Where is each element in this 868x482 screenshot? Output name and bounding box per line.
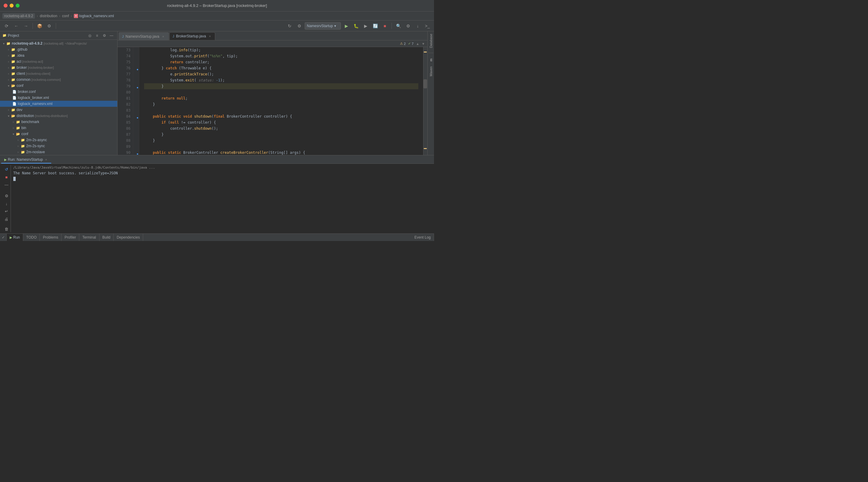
tab2-close[interactable]: × [208,34,212,38]
2m2sasync-arrow[interactable]: › [16,138,21,142]
common-icon: 📁 [11,78,16,82]
tree-item-dev[interactable]: › 📁 dev [0,107,117,113]
tree-item-idea[interactable]: › 📁 .idea [0,53,117,58]
run-config-sync[interactable]: ↻ [285,22,294,30]
tree-item-bin[interactable]: › 📁 bin [0,125,117,131]
close-button[interactable] [4,4,7,7]
print-btn[interactable]: 🖨 [3,216,10,222]
scroll-thumb[interactable] [424,79,427,88]
bottom-tab-profiler[interactable]: Profiler [61,234,79,241]
nav-conf[interactable]: conf [62,14,69,18]
bottom-tab-problems[interactable]: Problems [40,234,61,241]
sidebar-close-btn[interactable]: — [108,32,115,39]
tree-item-common[interactable]: › 📁 common [rocketmq-common] [0,77,117,83]
run-tab-close[interactable]: × [44,158,48,162]
run-config-settings[interactable]: ⚙ [295,22,304,30]
profile-btn[interactable]: 🔄 [371,22,379,30]
sidebar-settings-btn[interactable]: ⚙ [101,32,107,39]
idea-arrow[interactable]: › [6,54,11,57]
tree-item-broker-conf[interactable]: 📄 broker.conf [0,89,117,95]
bottom-tab-eventlog[interactable]: Event Log [411,234,434,241]
common-arrow[interactable]: › [6,78,11,81]
tree-item-dist-conf[interactable]: ▾ 📂 conf [0,131,117,137]
minimize-button[interactable] [10,4,13,7]
bottom-tab-terminal[interactable]: Terminal [79,234,99,241]
code-content[interactable]: log.info(tip); System.out.printf("%s%n",… [139,47,423,155]
clear-btn[interactable]: 🗑 [3,226,10,232]
nav-filename: logback_namesrv.xml [79,14,114,18]
run-panel-tab[interactable]: ▶ Run: NamesrvStartup × [1,156,51,164]
root-arrow[interactable]: ▾ [1,42,6,45]
acl-arrow[interactable]: › [6,60,11,63]
run-config-dropdown[interactable]: NamesrvStartup ▾ [305,22,341,30]
left-gutter-btn[interactable]: ✓ [0,234,7,241]
dist-arrow[interactable]: ▾ [6,114,11,118]
tree-item-2m2ssync[interactable]: › 📁 2m-2s-sync [0,143,117,149]
nav-project[interactable]: rocketmq-all-4.9.2 [2,13,35,19]
back-btn[interactable]: ← [12,22,21,30]
tree-item-github[interactable]: › 📁 .github [0,47,117,53]
tree-item-broker[interactable]: › 📁 broker [rocketmq-broker] [0,64,117,70]
tab-brokerstartup[interactable]: J BrokerStartup.java × [169,32,216,40]
sidebar-locate-btn[interactable]: ◎ [87,32,93,39]
settings-btn[interactable]: ⚙ [45,22,53,30]
tree-item-logback-broker[interactable]: 📄 logback_broker.xml [0,95,117,101]
tree-item-2mnoslave[interactable]: › 📁 2m-noslave [0,149,117,155]
maven-tab[interactable]: m [428,57,434,63]
tree-item-benchmark[interactable]: › 📁 benchmark [0,119,117,125]
dev-arrow[interactable]: › [6,108,11,112]
bottom-tab-run[interactable]: ▶ Run [7,234,23,241]
database-tab[interactable]: Database [428,33,434,49]
run-btn[interactable]: ▶ [342,22,350,30]
ok-count[interactable]: ✓ 7 [408,41,413,46]
tree-item-distribution[interactable]: ▾ 📂 distribution [rocketmq-distribution] [0,113,117,119]
maven-label[interactable]: Maven [428,65,434,78]
project-structure-btn[interactable]: 📦 [35,22,44,30]
gear-btn[interactable]: ⚙ [404,22,412,30]
debug-btn[interactable]: 🐛 [352,22,360,30]
arrows-down[interactable]: ▼ [422,42,425,46]
tree-item-logback-namesrv[interactable]: 📄 logback_namesrv.xml [0,101,117,107]
sidebar-collapse-btn[interactable]: ≡ [94,32,100,39]
close-panel-btn[interactable]: — [3,181,10,188]
github-arrow[interactable]: › [6,48,11,51]
stop-btn[interactable]: ■ [381,22,389,30]
settings-run-btn[interactable]: ⚙ [3,193,10,199]
update-btn[interactable]: ↓ [413,22,422,30]
forward-btn[interactable]: → [22,22,30,30]
warning-count[interactable]: ⚠ 2 [400,41,406,46]
tab1-close[interactable]: × [161,34,165,38]
rerun-btn[interactable]: ↺ [3,166,10,173]
conf-arrow[interactable]: ▾ [6,84,11,87]
bench-arrow[interactable]: › [11,120,16,124]
scroll-end-btn[interactable]: ↓ [3,200,10,207]
bottom-tab-build[interactable]: Build [99,234,114,241]
dist-conf-arrow[interactable]: ▾ [11,133,16,136]
stop-run-btn[interactable]: ■ [3,174,10,180]
nav-distribution[interactable]: distribution [40,14,57,18]
2m2ssync-arrow[interactable]: › [16,144,21,148]
soft-wrap-btn[interactable]: ↵ [3,208,10,215]
terminal-btn[interactable]: >_ [423,22,432,30]
nav-file[interactable]: X logback_namesrv.xml [74,14,114,18]
tab-namesrv[interactable]: J NamesrvStartup.java × [119,32,169,40]
2m2sasync-label: 2m-2s-async [26,138,47,142]
tree-item-2m2sasync[interactable]: › 📁 2m-2s-async [0,137,117,143]
project-sidebar: 📁 Project ◎ ≡ ⚙ — ▾ 📁 rocketmq-all-4.9.2… [0,31,118,155]
tree-item-acl[interactable]: › 📁 acl [rocketmq-acl] [0,58,117,64]
client-arrow[interactable]: › [6,72,11,76]
arrows-up[interactable]: ▲ [416,42,419,46]
tree-item-conf[interactable]: ▾ 📂 conf [0,83,117,89]
tree-item-root[interactable]: ▾ 📁 rocketmq-all-4.9.2 [rocketmq-all] ~/… [0,40,117,47]
bottom-tab-todo[interactable]: TODO [23,234,40,241]
code-editor[interactable]: 73 74 75 76 77 78 79 80 81 82 83 84 85 8… [118,47,427,155]
maximize-button[interactable] [16,4,20,7]
sync-btn[interactable]: ⟳ [2,22,11,30]
broker-arrow[interactable]: › [6,66,11,69]
search-btn[interactable]: 🔍 [394,22,403,30]
bottom-tab-dependencies[interactable]: Dependencies [114,234,143,241]
tree-item-client[interactable]: › 📁 client [rocketmq-client] [0,70,117,77]
coverage-btn[interactable]: ▶ [361,22,370,30]
bin-arrow[interactable]: › [11,126,16,130]
2mnoslave-arrow[interactable]: › [16,150,21,154]
